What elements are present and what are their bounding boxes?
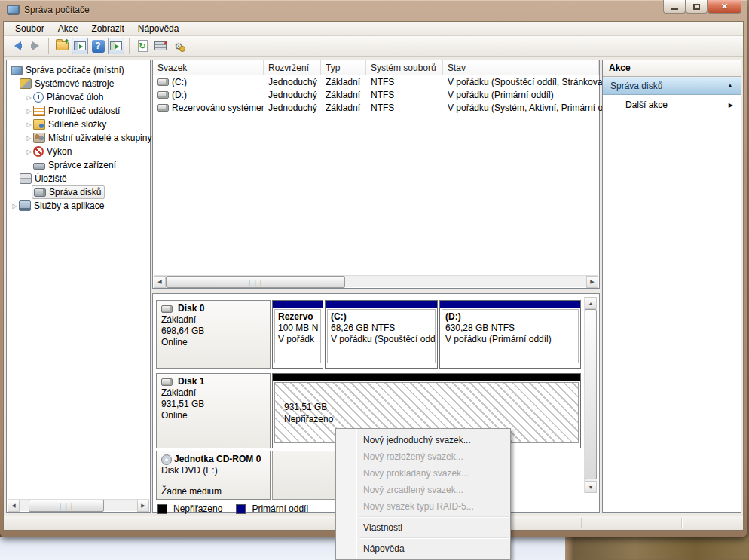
expand-arrow-icon[interactable]: ▷ (25, 135, 33, 142)
actions-group-disk-management[interactable]: Správa disků ▲ (603, 77, 741, 95)
collapse-arrow-icon[interactable]: ▲ (727, 82, 733, 89)
volume-list-horizontal-scrollbar[interactable]: ◀ ▶ ❘❘❘ (154, 275, 598, 287)
back-icon (14, 41, 21, 50)
volume-row-d[interactable]: (D:) Jednoduchý Základní NTFS V pořádku … (153, 88, 599, 101)
maximize-button[interactable] (686, 0, 708, 14)
refresh-icon (138, 40, 148, 52)
tree-item-shared-folders[interactable]: ▷ Sdílené složky (7, 118, 150, 131)
volume-row-system-reserved[interactable]: Rezervováno systémem Jednoduchý Základní… (153, 101, 599, 114)
tree-item-system-tools[interactable]: Systémové nástroje (7, 77, 150, 90)
scroll-right-icon[interactable]: ▶ (586, 276, 598, 288)
column-header-stav[interactable]: Stav (443, 60, 599, 75)
maximize-icon (693, 4, 700, 10)
expand-arrow-icon[interactable]: ▷ (25, 94, 33, 101)
tree-item-event-viewer[interactable]: ▷ Prohlížeč událostí (7, 104, 150, 118)
device-manager-icon (33, 163, 45, 170)
menu-napoveda[interactable]: Nápověda (131, 22, 186, 35)
column-header-svazek[interactable]: Svazek (153, 60, 264, 75)
tree-item-services-applications[interactable]: ▷ Služby a aplikace (7, 199, 150, 213)
scrollbar-thumb[interactable] (585, 309, 597, 479)
disk-icon (161, 305, 173, 313)
scroll-left-icon[interactable]: ◀ (8, 500, 20, 512)
expand-arrow-icon[interactable]: ▷ (25, 108, 33, 115)
drive-icon (157, 104, 169, 112)
show-action-pane-button[interactable] (108, 38, 124, 54)
expand-arrow-icon[interactable]: ▷ (11, 203, 19, 210)
tree-item-performance[interactable]: ▷ Výkon (7, 145, 150, 158)
unallocated-swatch (157, 504, 167, 514)
minimize-icon (671, 8, 678, 10)
menu-zobrazit[interactable]: Zobrazit (84, 22, 130, 35)
column-header-system-souboru[interactable]: Systém souborů (366, 60, 443, 75)
forward-icon (32, 41, 39, 50)
scrollbar-thumb[interactable]: ❘❘❘ (29, 500, 104, 512)
tree-item-storage[interactable]: Úložiště (7, 172, 150, 185)
scroll-up-icon[interactable]: ▲ (585, 297, 597, 309)
menu-item-new-mirrored-volume: Nový zrcadlený svazek... (336, 482, 510, 498)
selected-tree-item: Správa disků (32, 185, 105, 199)
disk0-info-box[interactable]: Disk 0 Základní 698,64 GB Online (156, 300, 271, 369)
users-icon (33, 133, 45, 143)
manage-icon: ⚙ (174, 41, 183, 51)
expand-arrow-icon[interactable]: ▷ (25, 148, 33, 155)
tree-item-local-users-groups[interactable]: ▷ Místní uživatelé a skupiny (7, 131, 150, 145)
tree-horizontal-scrollbar[interactable]: ◀ ▶ ❘❘❘ (8, 499, 149, 511)
status-bar-divider (681, 518, 682, 528)
manage-button[interactable]: ⚙ (170, 38, 187, 54)
volume-row-c[interactable]: (C:) Jednoduchý Základní NTFS V pořádku … (153, 75, 599, 88)
disk-management-icon (34, 188, 46, 197)
expand-arrow-icon[interactable]: ▷ (25, 121, 33, 128)
graphical-view-vertical-scrollbar[interactable]: ▲ ▼ (584, 297, 597, 493)
console-tree-panel: Správa počítače (místní) Systémové nástr… (6, 60, 151, 513)
forward-button[interactable] (27, 38, 44, 54)
partition-d[interactable]: (D:) 630,28 GB NTFS V pořádku (Primární … (439, 300, 581, 369)
scrollbar-thumb[interactable]: ❘❘❘ (166, 276, 345, 288)
partition-color-bar (326, 301, 437, 308)
close-button[interactable]: ✕ (708, 0, 741, 14)
help-icon: ? (92, 40, 105, 53)
tree-item-computer-management[interactable]: Správa počítače (místní) (7, 63, 150, 77)
partition-color-bar (440, 301, 580, 308)
properties-icon (154, 41, 167, 50)
drive-icon (157, 91, 169, 99)
drive-icon (157, 78, 169, 86)
toolbar-separator (48, 38, 49, 54)
minimize-button[interactable] (663, 0, 686, 14)
partition-system-reserved[interactable]: Rezervo 100 MB N V pořádk (272, 300, 323, 369)
scroll-down-icon[interactable]: ▼ (585, 481, 597, 493)
app-icon (7, 5, 20, 14)
refresh-button[interactable] (134, 38, 151, 54)
properties-button[interactable] (152, 38, 169, 54)
more-actions-item[interactable]: Další akce ▶ (603, 95, 741, 115)
export-list-button[interactable] (54, 38, 70, 54)
tree-item-disk-management[interactable]: Správa disků (7, 185, 150, 199)
tree-item-task-scheduler[interactable]: ▷ Plánovač úloh (7, 90, 150, 104)
actions-header: Akce (603, 60, 741, 77)
scroll-left-icon[interactable]: ◀ (154, 276, 166, 288)
computer-icon (11, 66, 23, 75)
back-button[interactable] (9, 38, 26, 54)
scroll-right-icon[interactable]: ▶ (137, 500, 149, 512)
menu-item-properties[interactable]: Vlastnosti (336, 519, 510, 536)
cdrom-info-box[interactable]: Jednotka CD-ROM 0 Disk DVD (E:) Žádné mé… (156, 451, 271, 500)
menu-akce[interactable]: Akce (51, 22, 85, 35)
menu-item-new-simple-volume[interactable]: Nový jednoduchý svazek... (336, 432, 510, 448)
column-header-rozvrzeni[interactable]: Rozvržení (264, 60, 321, 75)
volume-list-header: Svazek Rozvržení Typ Systém souborů Stav (153, 60, 599, 75)
menu-item-help[interactable]: Nápověda (336, 540, 510, 557)
event-viewer-icon (33, 106, 45, 116)
menu-soubor[interactable]: Soubor (8, 22, 51, 35)
menubar: Soubor Akce Zobrazit Nápověda (4, 22, 743, 36)
show-console-tree-icon (74, 41, 86, 50)
menu-separator (359, 516, 509, 518)
titlebar[interactable]: Správa počítače ✕ (0, 0, 747, 21)
column-header-typ[interactable]: Typ (321, 60, 366, 75)
background-window-left (0, 537, 335, 560)
close-icon: ✕ (721, 2, 728, 11)
disk-icon (161, 378, 173, 386)
show-console-tree-button[interactable] (72, 38, 88, 54)
help-button[interactable]: ? (90, 38, 106, 54)
partition-c[interactable]: (C:) 68,26 GB NTFS V pořádku (Spouštěcí … (325, 300, 438, 369)
disk1-info-box[interactable]: Disk 1 Základní 931,51 GB Online (156, 373, 271, 448)
tree-item-device-manager[interactable]: Správce zařízení (7, 158, 150, 172)
